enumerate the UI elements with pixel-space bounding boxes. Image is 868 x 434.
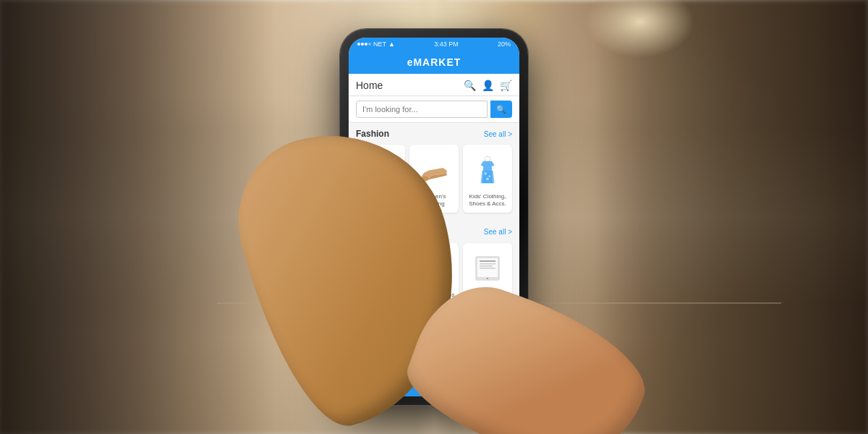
nav-icons: 🔍 👤 🛒 — [464, 80, 512, 91]
kids-clothing-label: Kids' Clothing, Shoes & Accs. — [466, 193, 509, 208]
status-bar: NET ▲ 3:43 PM 20% — [349, 38, 519, 51]
svg-point-21 — [487, 278, 488, 279]
svg-point-3 — [488, 175, 490, 177]
fashion-see-all[interactable]: See all > — [484, 130, 512, 138]
electronics-see-all[interactable]: See all > — [484, 228, 512, 236]
svg-rect-20 — [480, 268, 495, 269]
carrier-label: NET — [373, 41, 386, 48]
fashion-title: Fashion — [356, 129, 389, 139]
svg-rect-18 — [480, 263, 495, 265]
kids-clothing-card[interactable]: Kids' Clothing, Shoes & Accs. — [463, 145, 512, 213]
wifi-icon: ▲ — [388, 41, 395, 48]
user-nav-icon[interactable]: 👤 — [482, 80, 494, 91]
signal-dots — [357, 43, 371, 46]
kids-clothing-image — [466, 150, 509, 190]
nav-bar: Home 🔍 👤 🛒 — [349, 74, 519, 96]
time-display: 3:43 PM — [434, 41, 459, 48]
app-title: eMARKET — [407, 56, 461, 68]
app-header: eMARKET — [349, 51, 519, 74]
svg-point-2 — [484, 171, 487, 174]
svg-rect-19 — [480, 265, 493, 267]
nav-title: Home — [356, 80, 383, 91]
search-bar: 🔍 — [349, 96, 519, 123]
fashion-section-header: Fashion See all > — [356, 129, 512, 139]
ebook-image — [466, 249, 509, 289]
battery-label: 20% — [498, 41, 511, 48]
dress-icon — [476, 156, 499, 186]
search-input[interactable] — [356, 101, 488, 118]
ceiling-light-2 — [586, 0, 694, 58]
search-nav-icon[interactable]: 🔍 — [464, 80, 476, 91]
ebook-icon — [474, 255, 501, 282]
svg-point-1 — [485, 156, 490, 161]
status-left: NET ▲ — [357, 41, 395, 48]
search-button[interactable]: 🔍 — [490, 101, 512, 118]
svg-point-4 — [486, 177, 489, 180]
cart-nav-icon[interactable]: 🛒 — [500, 80, 512, 91]
phone-wrapper: NET ▲ 3:43 PM 20% eMARKET Home 🔍 👤 🛒 — [340, 29, 528, 405]
svg-rect-17 — [480, 260, 495, 262]
